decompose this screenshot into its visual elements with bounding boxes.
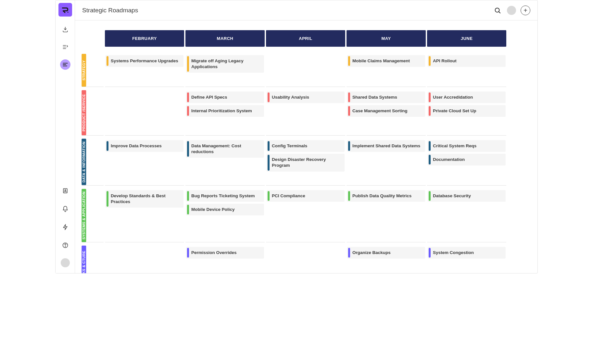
card-text: API Rollout	[432, 55, 506, 67]
roadmap-card[interactable]: Mobile Device Policy	[186, 204, 264, 215]
roadmap-card[interactable]: Case Management Sorting	[347, 105, 425, 117]
card-text: Internal Prioritization System	[190, 105, 264, 117]
card-accent	[429, 191, 431, 201]
lane-label-product[interactable]: PRODUCT /SERVICE	[82, 90, 86, 135]
lane-cell: System Congestion	[427, 246, 506, 273]
roadmap-card[interactable]: Organize Backups	[347, 247, 425, 259]
lane-cell	[105, 246, 184, 273]
lane-label-strategy[interactable]: STRATEGY	[82, 54, 86, 87]
import-icon[interactable]	[60, 24, 70, 35]
main-area: Strategic Roadmaps + FEBRUARYMARCHAPRILM…	[75, 0, 537, 273]
lane-cell: Permission Overrides	[185, 246, 265, 273]
roadmap-card[interactable]: Develop Standards & Best Practices	[106, 190, 183, 208]
help-icon[interactable]	[60, 240, 70, 250]
card-text: Case Management Sorting	[351, 105, 425, 117]
roadmap-card[interactable]: Database Security	[428, 190, 506, 202]
roadmap-card[interactable]: Publish Data Quality Metrics	[347, 190, 425, 202]
card-accent	[429, 106, 431, 116]
roadmap-card[interactable]: API Rollout	[428, 55, 506, 67]
lane-label-systems[interactable]: SYSTEMS & APPLICATION	[82, 189, 86, 242]
lane-cell: Mobile Claims Management	[347, 54, 426, 87]
user-avatar[interactable]	[507, 6, 516, 15]
roadmap-card[interactable]: Mobile Claims Management	[347, 55, 425, 67]
search-icon[interactable]	[493, 6, 502, 15]
bell-icon[interactable]	[60, 204, 70, 214]
card-accent	[268, 155, 270, 170]
card-accent	[187, 56, 189, 72]
roadmap-card[interactable]: Critical System Reqs	[428, 140, 506, 152]
roadmap-card[interactable]: Improve Data Processes	[106, 140, 183, 152]
roadmap-card[interactable]: Usability Analysis	[267, 91, 345, 103]
app-logo[interactable]	[58, 3, 72, 17]
svg-point-0	[67, 12, 68, 13]
month-header: MAY	[347, 30, 426, 47]
nav-bottom-group	[60, 186, 70, 267]
roadmap-card[interactable]: Define API Specs	[186, 91, 264, 103]
lane-cell	[266, 246, 345, 273]
card-accent	[268, 92, 270, 102]
lane-cell: Shared Data SystemsCase Management Sorti…	[347, 90, 426, 136]
lane-cell: User AccredidationPrivate Cloud Set Up	[427, 90, 506, 136]
roadmap-canvas[interactable]: FEBRUARYMARCHAPRILMAYJUNESTRATEGYSystems…	[75, 20, 537, 273]
lane-cell: Config TerminalsDesign Disaster Recovery…	[266, 139, 345, 186]
roadmap-card[interactable]: Documentation	[428, 154, 506, 165]
lane-cell: Implement Shared Data Systems	[347, 139, 426, 186]
lane-cell	[105, 90, 184, 136]
roadmap-card[interactable]: Implement Shared Data Systems	[347, 140, 425, 152]
roadmap-card[interactable]: Shared Data Systems	[347, 91, 425, 103]
roadmap-card[interactable]: Data Management: Cost reductions	[186, 140, 264, 158]
lane-cell: Develop Standards & Best Practices	[105, 189, 184, 242]
card-text: Organize Backups	[351, 247, 425, 259]
card-accent	[107, 56, 108, 66]
card-text: Database Security	[432, 190, 506, 202]
lane-label-data[interactable]: DATA & INFORMATION	[82, 139, 86, 185]
month-header: JUNE	[427, 30, 506, 47]
roadmap-card[interactable]: Permission Overrides	[186, 247, 264, 259]
roadmap-card[interactable]: System Congestion	[428, 247, 506, 259]
nav-top-group	[60, 24, 70, 70]
app-frame: Strategic Roadmaps + FEBRUARYMARCHAPRILM…	[55, 0, 538, 273]
card-accent	[187, 248, 189, 258]
card-accent	[429, 248, 431, 258]
card-text: Critical System Reqs	[432, 140, 506, 152]
card-text: Design Disaster Recovery Program	[271, 154, 345, 171]
avatar[interactable]	[61, 258, 70, 267]
roadmap-card[interactable]: Design Disaster Recovery Program	[267, 154, 345, 171]
card-text: Config Terminals	[271, 140, 345, 152]
list-icon[interactable]	[60, 42, 70, 52]
roadmap-card[interactable]: Bug Reports Ticketing System	[186, 190, 264, 202]
month-header: MARCH	[185, 30, 265, 47]
month-header: APRIL	[266, 30, 345, 47]
roadmap-card[interactable]: User Accredidation	[428, 91, 506, 103]
card-text: Mobile Device Policy	[190, 204, 264, 215]
lane-label-risks[interactable]: KS & CTURE	[82, 246, 86, 273]
header-spacer	[82, 30, 104, 47]
card-text: Bug Reports Ticketing System	[190, 190, 264, 202]
card-text: Implement Shared Data Systems	[351, 140, 425, 152]
card-text: Define API Specs	[190, 91, 264, 103]
card-text: PCI Compliance	[271, 190, 345, 202]
card-accent	[429, 141, 431, 151]
lane-cell: Migrate off Aging Legacy Applications	[185, 54, 265, 87]
roadmap-icon[interactable]	[60, 59, 70, 70]
page-title: Strategic Roadmaps	[82, 7, 138, 14]
card-text: Migrate off Aging Legacy Applications	[190, 55, 264, 73]
bolt-icon[interactable]	[60, 222, 70, 232]
contacts-icon[interactable]	[60, 186, 70, 196]
add-button[interactable]: +	[521, 6, 530, 15]
lane-cell: Data Management: Cost reductions	[185, 139, 265, 186]
roadmap-card[interactable]: Internal Prioritization System	[186, 105, 264, 117]
logo-icon	[61, 6, 69, 14]
card-text: Shared Data Systems	[351, 91, 425, 103]
roadmap-card[interactable]: Private Cloud Set Up	[428, 105, 506, 117]
svg-point-4	[65, 247, 65, 247]
roadmap-card[interactable]: Migrate off Aging Legacy Applications	[186, 55, 264, 73]
card-accent	[268, 191, 270, 201]
card-accent	[429, 56, 431, 66]
roadmap-card[interactable]: Systems Performance Upgrades	[106, 55, 183, 67]
card-accent	[187, 141, 189, 157]
roadmap-card[interactable]: Config Terminals	[267, 140, 345, 152]
left-sidebar	[56, 0, 75, 273]
roadmap-card[interactable]: PCI Compliance	[267, 190, 345, 202]
card-accent	[187, 191, 189, 201]
